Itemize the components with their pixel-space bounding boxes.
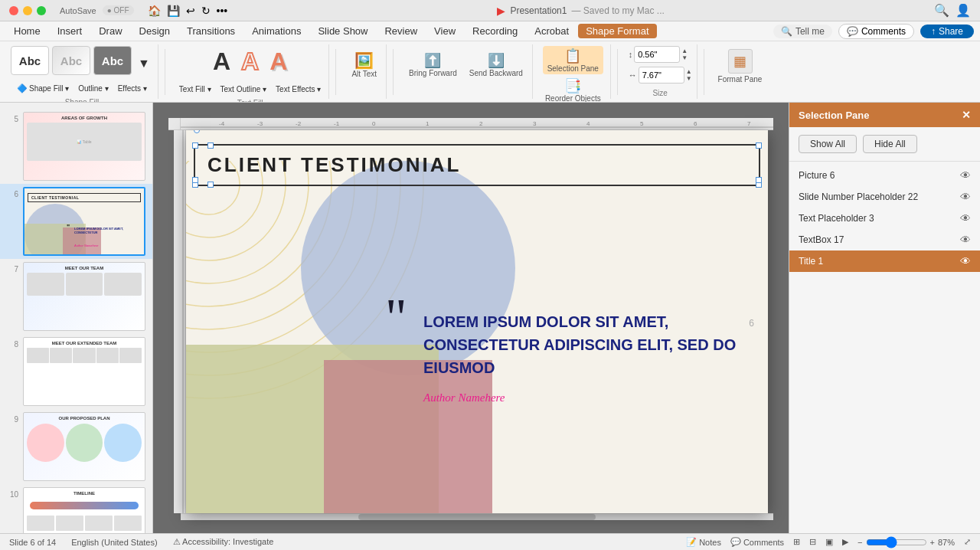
layer-slide-number[interactable]: Slide Number Placeholder 22 👁 (789, 186, 980, 208)
visibility-picture-6[interactable]: 👁 (960, 169, 971, 182)
text-fill-button[interactable]: Text Fill ▾ (176, 80, 214, 97)
width-down[interactable]: ▼ (681, 54, 688, 61)
height-input[interactable] (639, 67, 684, 83)
menu-design[interactable]: Design (132, 24, 178, 38)
size-label: Size (652, 89, 667, 97)
shape-style-2[interactable]: Abc (52, 46, 90, 75)
slide-thumb-9[interactable]: 9 OUR PROPOSED PLAN (0, 409, 152, 484)
zoom-slider[interactable] (866, 536, 927, 548)
menu-draw[interactable]: Draw (91, 24, 129, 38)
visibility-slide-number[interactable]: 👁 (960, 191, 971, 203)
slide-5-thumbnail[interactable]: AREAS OF GROWTH 📊 Table (23, 112, 145, 181)
alt-text-button[interactable]: 🖼️ Alt Text (347, 46, 381, 83)
menu-shape-format[interactable]: Shape Format (578, 24, 656, 38)
menu-insert[interactable]: Insert (50, 24, 90, 38)
slide-7-thumbnail[interactable]: MEET OUR TEAM (23, 262, 145, 331)
height-down[interactable]: ▼ (686, 75, 692, 82)
svg-text:-4: -4 (219, 120, 225, 127)
ribbon-group-arrange: ⬆️ Bring Forward ⬇️ Send Backward (400, 44, 533, 99)
notes-button[interactable]: 📝 Notes (686, 537, 721, 547)
height-up[interactable]: ▲ (686, 68, 692, 75)
window-title: ▶ Presentation1 — Saved to my Mac ... (234, 5, 928, 17)
search-icon[interactable]: 🔍 (934, 3, 949, 18)
layer-text-placeholder[interactable]: Text Placeholder 3 👁 (789, 208, 980, 229)
format-pane-button[interactable]: ▦ Format Pane (715, 46, 766, 87)
zoom-in-icon[interactable]: + (930, 538, 935, 547)
save-icon[interactable]: 💾 (167, 5, 180, 17)
minimize-button[interactable] (23, 6, 32, 15)
menu-right: 🔍Tell me 💬Comments ↑Share (773, 24, 974, 39)
slide-thumb-6[interactable]: 6 CLIENT TESTIMONIAL " LOREM IPSUM DOLOR… (0, 184, 152, 259)
slide-thumb-10[interactable]: 10 TIMELINE (0, 484, 152, 533)
slide-canvas[interactable]: CLIENT TESTIMONIAL " (186, 130, 768, 513)
send-backward-button[interactable]: ⬇️ Send Backward (465, 46, 528, 83)
layer-title-1[interactable]: Title 1 👁 (789, 250, 980, 272)
profile-icon[interactable]: 👤 (956, 3, 971, 18)
svg-text:4: 4 (586, 120, 590, 127)
zoom-control[interactable]: − + 87% (858, 536, 955, 548)
text-style-shadow[interactable]: A (265, 46, 292, 77)
view-normal-button[interactable]: ⊞ (793, 537, 800, 547)
slide-10-thumbnail[interactable]: TIMELINE (23, 487, 145, 533)
comments-status-button[interactable]: 💬 Comments (730, 537, 784, 547)
tell-me-button[interactable]: 🔍Tell me (773, 25, 832, 38)
svg-text:-3: -3 (257, 120, 263, 127)
reorder-objects-button[interactable]: 📑 Reorder Objects (541, 76, 606, 103)
more-styles-button[interactable]: ▼ (135, 55, 153, 72)
slide-8-thumbnail[interactable]: MEET OUR EXTENDED TEAM (23, 337, 145, 406)
bring-forward-button[interactable]: ⬆️ Bring Forward (404, 46, 462, 83)
menu-recording[interactable]: Recording (465, 24, 525, 38)
shape-fill-button[interactable]: 🔷 Shape Fill ▾ (14, 80, 72, 97)
share-button[interactable]: ↑Share (920, 25, 974, 38)
show-all-button[interactable]: Show All (799, 135, 857, 153)
zoom-out-icon[interactable]: − (858, 538, 862, 547)
fit-slide-button[interactable]: ⤢ (964, 537, 971, 547)
shape-style-1[interactable]: Abc (11, 46, 49, 75)
maximize-button[interactable] (37, 6, 46, 15)
selection-pane-button[interactable]: 📋 Selection Pane (543, 46, 603, 74)
shape-effects-button[interactable]: Effects ▾ (115, 80, 150, 97)
visibility-textbox-17[interactable]: 👁 (960, 234, 971, 246)
slide-9-thumbnail[interactable]: OUR PROPOSED PLAN (23, 412, 145, 481)
view-slide-sorter-button[interactable]: ⊟ (809, 537, 816, 547)
comments-button[interactable]: 💬Comments (838, 24, 914, 39)
undo-icon[interactable]: ↩ (186, 5, 195, 17)
zoom-level: 87% (938, 538, 955, 547)
menu-transitions[interactable]: Transitions (179, 24, 243, 38)
slide-thumb-7[interactable]: 7 MEET OUR TEAM (0, 259, 152, 334)
accessibility-info[interactable]: ⚠ Accessibility: Investigate (173, 537, 274, 547)
menu-review[interactable]: Review (377, 24, 425, 38)
width-input[interactable] (634, 46, 680, 63)
visibility-title-1[interactable]: 👁 (960, 255, 971, 267)
text-effects-button[interactable]: Text Effects ▾ (273, 80, 324, 97)
text-style-outline[interactable]: A (237, 46, 263, 77)
menu-slideshow[interactable]: Slide Show (310, 24, 375, 38)
slide-6-thumbnail[interactable]: CLIENT TESTIMONIAL " LOREM IPSUM DOLOR S… (23, 187, 145, 256)
text-style-solid[interactable]: A (208, 46, 235, 77)
slide-thumb-5[interactable]: 5 AREAS OF GROWTH 📊 Table (0, 109, 152, 184)
autosave-state[interactable]: ● OFF (103, 5, 134, 15)
menu-animations[interactable]: Animations (244, 24, 309, 38)
slide-thumb-8[interactable]: 8 MEET OUR EXTENDED TEAM (0, 334, 152, 409)
width-up[interactable]: ▲ (681, 47, 688, 54)
visibility-text-placeholder[interactable]: 👁 (960, 212, 971, 224)
close-selection-pane[interactable]: ✕ (962, 109, 971, 121)
shape-outline-button[interactable]: Outline ▾ (75, 80, 111, 97)
redo-icon[interactable]: ↻ (201, 5, 211, 17)
layer-textbox-17[interactable]: TextBox 17 👁 (789, 229, 980, 250)
more-icon[interactable]: ••• (217, 5, 228, 17)
view-slideshow-button[interactable]: ▶ (842, 537, 848, 547)
hide-all-button[interactable]: Hide All (863, 135, 917, 153)
close-button[interactable] (9, 6, 18, 15)
menu-home[interactable]: Home (6, 24, 48, 38)
svg-text:0: 0 (372, 120, 376, 127)
layer-picture-6[interactable]: Picture 6 👁 (789, 165, 980, 186)
window-controls[interactable] (9, 6, 46, 15)
text-outline-button[interactable]: Text Outline ▾ (217, 80, 270, 97)
view-reading-button[interactable]: ▣ (825, 537, 833, 547)
selection-pane-actions: Show All Hide All (789, 127, 980, 162)
menu-acrobat[interactable]: Acrobat (527, 24, 577, 38)
menu-view[interactable]: View (426, 24, 463, 38)
home-icon[interactable]: 🏠 (148, 5, 161, 17)
shape-style-3[interactable]: Abc (93, 46, 132, 75)
